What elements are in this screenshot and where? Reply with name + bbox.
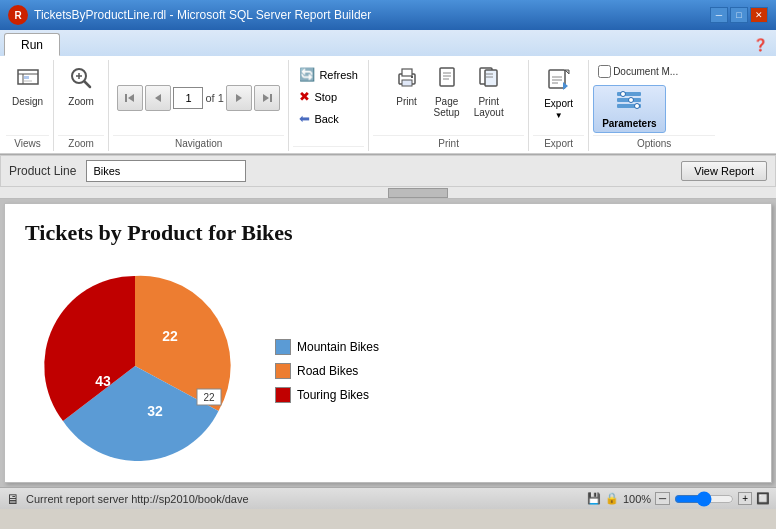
page-setup-label: PageSetup: [434, 96, 460, 118]
window-title: TicketsByProductLine.rdl - Microsoft SQL…: [34, 8, 371, 22]
svg-rect-18: [402, 69, 412, 76]
print-button[interactable]: Print: [388, 62, 426, 111]
export-group-content: Export ▼: [533, 60, 584, 135]
views-group-label: Views: [6, 135, 49, 151]
ribbon-group-options: Document M... Parameters: [589, 60, 719, 151]
previous-page-button[interactable]: [145, 85, 171, 111]
page-setup-icon: [435, 66, 459, 94]
zoom-out-button[interactable]: ─: [655, 492, 670, 505]
zoom-slider[interactable]: [674, 491, 734, 507]
road-bikes-big-label: 43: [95, 373, 111, 389]
options-group-content: Document M... Parameters: [593, 60, 715, 135]
parameters-button[interactable]: Parameters: [593, 85, 665, 133]
zoom-group-content: Zoom: [58, 60, 104, 135]
refresh-label: Refresh: [319, 69, 358, 81]
legend-mountain-bikes: Mountain Bikes: [275, 339, 379, 355]
print-layout-button[interactable]: PrintLayout: [468, 62, 510, 122]
pie-chart: 22 32 43 22: [25, 266, 245, 466]
print-group-content: Print PageSetup: [373, 60, 524, 135]
page-number-input[interactable]: [173, 87, 203, 109]
ribbon-group-navigation: of 1 Navigation: [109, 60, 289, 151]
app-icon: R: [8, 5, 28, 25]
ribbon-help[interactable]: ❓: [745, 34, 776, 56]
ribbon-tabs: Run ❓: [0, 30, 776, 56]
tooltip-text: 22: [203, 392, 215, 403]
title-bar: R TicketsByProductLine.rdl - Microsoft S…: [0, 0, 776, 30]
legend-color-road: [275, 363, 291, 379]
status-icon-4: 🔲: [756, 492, 770, 505]
page-setup-button[interactable]: PageSetup: [428, 62, 466, 122]
report-title: Tickets by Product for Bikes: [25, 220, 751, 246]
export-label: Export: [544, 98, 573, 109]
param-bar: Product Line View Report: [0, 155, 776, 187]
legend-road-bikes: Road Bikes: [275, 363, 379, 379]
svg-marker-14: [236, 94, 242, 102]
zoom-group-label: Zoom: [58, 135, 104, 151]
mountain-bikes-label: 32: [147, 403, 163, 419]
road-bikes-label: 22: [162, 328, 178, 344]
first-page-button[interactable]: [117, 85, 143, 111]
maximize-button[interactable]: □: [730, 7, 748, 23]
back-icon: ⬅: [299, 111, 310, 126]
legend-color-mountain: [275, 339, 291, 355]
svg-rect-26: [485, 70, 497, 86]
chart-container: 22 32 43 22 Mountain Bikes Road Bikes: [25, 266, 751, 466]
document-mode-button[interactable]: Document M...: [593, 62, 683, 81]
print-label: Print: [396, 96, 417, 107]
ribbon-group-refresh: 🔄 Refresh ✖ Stop ⬅ Back: [289, 60, 369, 151]
design-label: Design: [12, 96, 43, 107]
parameters-label: Parameters: [602, 118, 656, 129]
svg-marker-12: [128, 94, 134, 102]
options-group-label: Options: [593, 135, 715, 151]
svg-marker-13: [155, 94, 161, 102]
scroll-thumb-top[interactable]: [388, 188, 448, 198]
view-report-button[interactable]: View Report: [681, 161, 767, 181]
refresh-stack: 🔄 Refresh ✖ Stop ⬅ Back: [293, 62, 364, 129]
print-layout-label: PrintLayout: [474, 96, 504, 118]
minimize-button[interactable]: ─: [710, 7, 728, 23]
svg-rect-5: [24, 76, 29, 79]
svg-rect-20: [411, 76, 413, 78]
refresh-group-content: 🔄 Refresh ✖ Stop ⬅ Back: [293, 60, 364, 146]
design-button[interactable]: Design: [6, 62, 49, 111]
horizontal-scroll-top: [0, 187, 776, 199]
stop-button[interactable]: ✖ Stop: [293, 86, 364, 107]
refresh-group-label: [293, 146, 364, 151]
tab-run[interactable]: Run: [4, 33, 60, 56]
close-button[interactable]: ✕: [750, 7, 768, 23]
svg-rect-29: [549, 70, 565, 88]
product-line-label: Product Line: [9, 164, 76, 178]
legend-label-road: Road Bikes: [297, 364, 358, 378]
report-page: Tickets by Product for Bikes 22 32: [4, 203, 772, 483]
legend-label-mountain: Mountain Bikes: [297, 340, 379, 354]
parameters-icon: [615, 89, 643, 116]
zoom-button[interactable]: Zoom: [62, 62, 100, 111]
ribbon-content: Design Views Zoom: [0, 56, 776, 154]
zoom-in-button[interactable]: +: [738, 492, 752, 505]
export-group-label: Export: [533, 135, 584, 151]
next-page-button[interactable]: [226, 85, 252, 111]
ribbon-group-views: Design Views: [2, 60, 54, 151]
export-button[interactable]: Export ▼: [537, 62, 580, 124]
zoom-level-text: 100%: [623, 493, 651, 505]
svg-rect-19: [402, 80, 412, 86]
svg-line-8: [85, 82, 91, 88]
status-text: Current report server http://sp2010/book…: [26, 493, 249, 505]
refresh-button[interactable]: 🔄 Refresh: [293, 64, 364, 85]
print-layout-icon: [477, 66, 501, 94]
window-controls: ─ □ ✕: [710, 7, 768, 23]
back-label: Back: [314, 113, 338, 125]
back-button[interactable]: ⬅ Back: [293, 108, 364, 129]
export-icon: [545, 66, 573, 96]
legend-color-touring: [275, 387, 291, 403]
svg-marker-16: [263, 94, 269, 102]
legend-label-touring: Touring Bikes: [297, 388, 369, 402]
svg-rect-21: [440, 68, 454, 86]
svg-point-40: [635, 104, 640, 109]
doc-mode-checkbox[interactable]: [598, 65, 611, 78]
product-line-input[interactable]: [86, 160, 246, 182]
last-page-button[interactable]: [254, 85, 280, 111]
status-icon-2: 💾: [587, 492, 601, 505]
legend-touring-bikes: Touring Bikes: [275, 387, 379, 403]
print-icon: [395, 66, 419, 94]
